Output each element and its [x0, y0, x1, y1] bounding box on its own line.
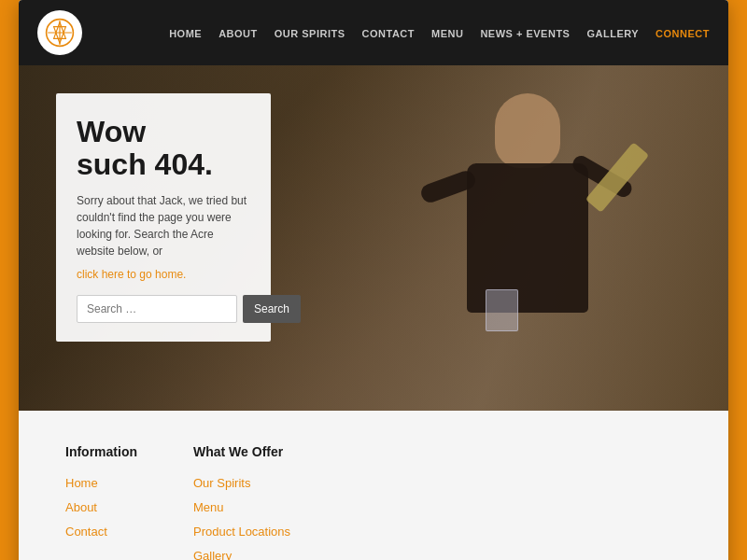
nav-item-about[interactable]: ABOUT: [218, 24, 258, 41]
hero-section: Wow such 404. Sorry about that Jack, we …: [19, 65, 728, 411]
hero-image-area: [392, 84, 672, 411]
search-form: Search: [77, 295, 250, 323]
home-link[interactable]: click here to go home.: [77, 268, 186, 281]
footer-link-contact[interactable]: Contact: [65, 523, 137, 539]
nav-links: HOME ABOUT OUR SPIRITS CONTACT MENU NEWS…: [169, 24, 710, 41]
nav-item-gallery[interactable]: GALLERY: [586, 24, 639, 41]
navigation: HOME ABOUT OUR SPIRITS CONTACT MENU NEWS…: [19, 0, 728, 65]
search-button[interactable]: Search: [243, 295, 301, 323]
logo[interactable]: [37, 10, 82, 55]
browser-frame: HOME ABOUT OUR SPIRITS CONTACT MENU NEWS…: [19, 0, 728, 560]
footer: Information Home About Contact What We O…: [19, 411, 728, 560]
footer-link-menu[interactable]: Menu: [193, 498, 290, 515]
footer-col-offer: What We Offer Our Spirits Menu Product L…: [193, 444, 290, 560]
footer-col1-links: Home About Contact: [65, 474, 137, 539]
search-input[interactable]: [77, 295, 237, 323]
footer-col-information: Information Home About Contact: [65, 444, 137, 560]
error-description: Sorry about that Jack, we tried but coul…: [77, 192, 250, 259]
footer-col1-heading: Information: [65, 444, 137, 459]
footer-link-our-spirits[interactable]: Our Spirits: [193, 474, 290, 491]
footer-link-product-locations[interactable]: Product Locations: [193, 523, 290, 539]
nav-item-contact[interactable]: CONTACT: [362, 24, 415, 41]
footer-link-home[interactable]: Home: [65, 474, 137, 491]
nav-item-connect[interactable]: CONNECT: [655, 24, 710, 41]
footer-link-about[interactable]: About: [65, 498, 137, 515]
error-heading: Wow such 404.: [77, 116, 250, 181]
error-card: Wow such 404. Sorry about that Jack, we …: [56, 93, 271, 342]
nav-item-menu[interactable]: MENU: [431, 24, 463, 41]
nav-item-our-spirits[interactable]: OUR SPIRITS: [275, 24, 345, 41]
footer-link-gallery[interactable]: Gallery: [193, 547, 290, 560]
nav-item-news-events[interactable]: NEWS + EVENTS: [480, 24, 570, 41]
footer-col2-heading: What We Offer: [193, 444, 290, 459]
footer-col2-links: Our Spirits Menu Product Locations Galle…: [193, 474, 290, 560]
nav-item-home[interactable]: HOME: [169, 24, 202, 41]
